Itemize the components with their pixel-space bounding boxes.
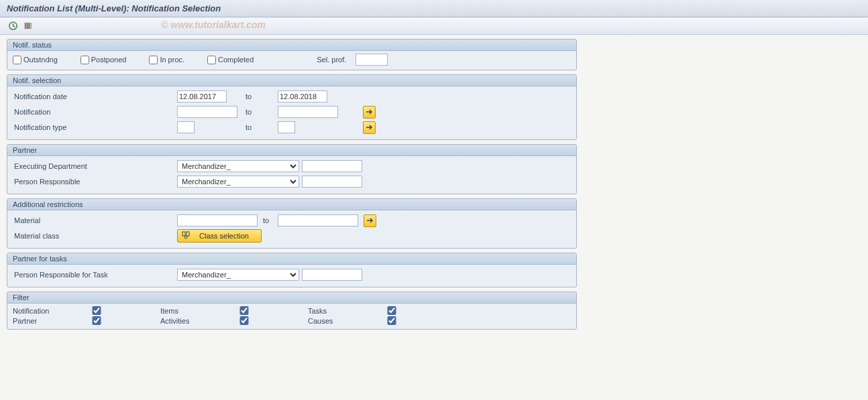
label-material-class: Material class [13, 232, 177, 240]
checkbox-outstanding[interactable] [13, 56, 21, 64]
toolbar: © www.tutorialkart.com [0, 17, 868, 35]
variant-icon[interactable] [21, 20, 34, 32]
group-partner: Partner Executing Department Merchandize… [7, 144, 577, 194]
checkbox-filter-partner[interactable] [87, 316, 107, 325]
group-status: Notif. status Outstndng Postponed In pro… [7, 39, 577, 70]
page-title: Notification List (Multi-Level): Notific… [7, 3, 221, 13]
label-notif-type: Notification type [13, 123, 177, 131]
class-selection-label: Class selection [199, 232, 249, 240]
label-sel-prof: Sel. prof. [317, 56, 346, 64]
input-person-task-value[interactable] [302, 269, 362, 281]
group-additional: Additional restrictions Material to Mate… [7, 198, 577, 249]
checkbox-filter-activities[interactable] [234, 316, 254, 325]
input-material-to[interactable] [278, 214, 358, 226]
svg-rect-4 [30, 23, 32, 29]
search-icon [182, 231, 190, 241]
label-filter-causes: Causes [308, 317, 382, 325]
execute-icon[interactable] [7, 20, 19, 32]
checkbox-in-proc[interactable] [149, 56, 158, 64]
svg-rect-2 [26, 23, 28, 29]
label-filter-activities: Activities [160, 317, 234, 325]
watermark: © www.tutorialkart.com [161, 19, 266, 30]
select-exec-dept[interactable]: Merchandizer_ [177, 160, 299, 172]
label-notif-date: Notification date [13, 92, 177, 101]
input-type-from[interactable] [177, 121, 195, 133]
group-partner-tasks: Partner for tasks Person Responsible for… [7, 253, 577, 287]
label-to-3: to [246, 123, 278, 131]
label-material: Material [13, 216, 177, 224]
label-filter-items: Items [160, 307, 234, 315]
input-notif-from[interactable] [177, 106, 237, 118]
svg-rect-6 [186, 232, 189, 236]
svg-rect-1 [24, 23, 25, 29]
arrow-right-icon [366, 109, 374, 115]
group-filter: Filter Notification Items Tasks Partner … [7, 291, 577, 330]
label-to-2: to [246, 108, 278, 116]
group-header-status: Notif. status [7, 40, 576, 51]
group-header-selection: Notif. selection [7, 75, 576, 86]
label-outstanding: Outstndng [23, 56, 58, 64]
multi-select-notif-button[interactable] [363, 106, 376, 119]
title-bar: Notification List (Multi-Level): Notific… [0, 0, 868, 17]
label-to-1: to [246, 92, 278, 101]
checkbox-filter-causes[interactable] [382, 316, 402, 325]
checkbox-postponed[interactable] [80, 56, 89, 64]
group-header-partner: Partner [7, 145, 576, 156]
input-type-to[interactable] [278, 121, 295, 133]
arrow-right-icon [366, 217, 374, 224]
label-filter-notification: Notification [13, 307, 87, 315]
input-material-from[interactable] [177, 214, 258, 226]
input-person-resp-value[interactable] [302, 176, 362, 188]
label-completed: Completed [218, 56, 254, 64]
label-notification: Notification [13, 108, 177, 116]
select-person-resp[interactable]: Merchandizer_ [177, 176, 299, 188]
checkbox-filter-tasks[interactable] [382, 306, 402, 315]
input-date-to[interactable] [278, 90, 327, 103]
label-in-proc: In proc. [160, 56, 184, 64]
group-header-filter: Filter [7, 292, 576, 304]
class-selection-button[interactable]: Class selection [177, 229, 262, 243]
svg-rect-3 [28, 23, 30, 29]
checkbox-filter-notification[interactable] [87, 306, 107, 315]
input-notif-to[interactable] [278, 106, 338, 118]
label-filter-tasks: Tasks [308, 307, 382, 315]
group-header-additional: Additional restrictions [7, 199, 576, 210]
multi-select-type-button[interactable] [363, 121, 376, 134]
label-person-resp: Person Responsible [13, 178, 177, 186]
label-to-4: to [263, 216, 278, 224]
input-exec-dept-value[interactable] [302, 160, 362, 172]
input-date-from[interactable] [177, 90, 227, 103]
label-person-task: Person Responsible for Task [13, 271, 177, 279]
label-exec-dept: Executing Department [13, 162, 177, 170]
select-person-task[interactable]: Merchandizer_ [177, 269, 299, 281]
multi-select-material-button[interactable] [364, 214, 376, 227]
content-area: Notif. status Outstndng Postponed In pro… [0, 35, 584, 338]
arrow-right-icon [366, 124, 374, 131]
svg-point-7 [184, 236, 187, 239]
checkbox-completed[interactable] [207, 56, 216, 64]
group-header-tasks: Partner for tasks [7, 253, 576, 265]
input-sel-prof[interactable] [356, 54, 388, 66]
svg-rect-5 [182, 232, 185, 236]
checkbox-filter-items[interactable] [234, 306, 254, 315]
label-postponed: Postponed [91, 56, 127, 64]
label-filter-partner: Partner [13, 317, 87, 325]
group-selection: Notif. selection Notification date to No… [7, 74, 577, 140]
